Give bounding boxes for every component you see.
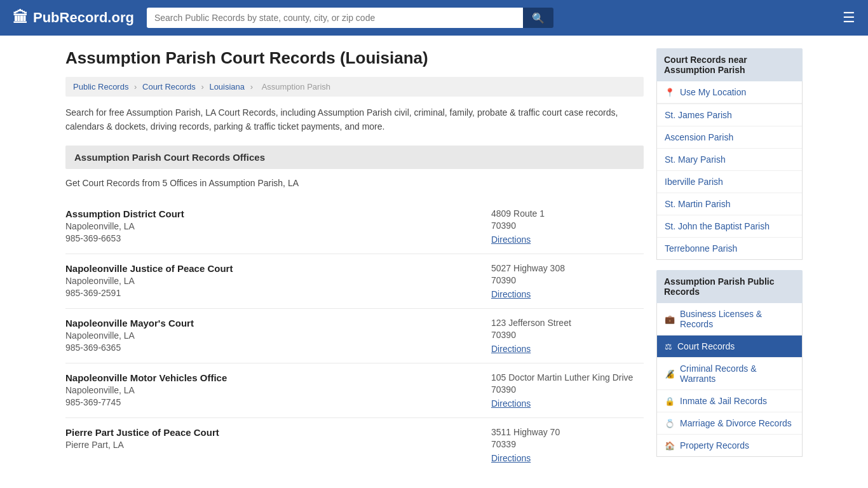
- breadcrumb: Public Records › Court Records › Louisia…: [65, 77, 644, 97]
- search-button[interactable]: 🔍: [523, 8, 553, 28]
- nearby-parish-item[interactable]: St. Martin Parish: [657, 193, 802, 215]
- public-record-item[interactable]: 🔒 Inmate & Jail Records: [657, 390, 802, 412]
- nearby-parish-link[interactable]: St. Martin Parish: [657, 193, 802, 215]
- location-icon: [665, 87, 675, 97]
- directions-link[interactable]: Directions: [491, 234, 531, 245]
- breadcrumb-sep-2: ›: [201, 82, 206, 92]
- home-icon: 🏠: [665, 441, 675, 451]
- breadcrumb-link-louisiana[interactable]: Louisiana: [209, 82, 245, 92]
- office-city: Pierre Part, LA: [65, 440, 478, 450]
- page-description: Search for free Assumption Parish, LA Co…: [65, 105, 644, 134]
- public-record-link[interactable]: 💼 Business Licenses & Records: [657, 303, 802, 335]
- search-input[interactable]: [147, 8, 523, 28]
- public-record-label: Marriage & Divorce Records: [680, 418, 792, 428]
- office-entry: Pierre Part Justice of Peace Court Pierr…: [65, 418, 644, 472]
- content-area: Assumption Parish Court Records (Louisia…: [65, 48, 644, 472]
- office-city: Napoleonville, LA: [65, 276, 478, 286]
- nearby-header: Court Records near Assumption Parish: [656, 48, 803, 81]
- hamburger-icon: ☰: [843, 10, 855, 25]
- office-name: Napoleonville Mayor's Court: [65, 318, 478, 329]
- office-phone: 985-369-7745: [65, 397, 478, 407]
- ring-icon: 💍: [665, 419, 675, 428]
- public-record-link[interactable]: 🔒 Inmate & Jail Records: [657, 390, 802, 412]
- public-records-header: Assumption Parish Public Records: [656, 270, 803, 303]
- use-location-item[interactable]: Use My Location: [657, 81, 802, 104]
- fingerprint-icon: 🔏: [665, 369, 675, 379]
- public-record-link[interactable]: 🔏 Criminal Records & Warrants: [657, 358, 802, 390]
- office-street: 4809 Route 1: [491, 208, 644, 219]
- nearby-parish-item[interactable]: St. James Parish: [657, 104, 802, 126]
- office-entry: Napoleonville Motor Vehicles Office Napo…: [65, 363, 644, 418]
- directions-link[interactable]: Directions: [491, 453, 531, 463]
- office-address: 105 Doctor Martin Luther King Drive 7039…: [491, 372, 644, 409]
- balance-icon: ⚖: [665, 342, 672, 351]
- public-record-link[interactable]: 💍 Marriage & Divorce Records: [657, 412, 802, 434]
- office-phone: 985-369-6365: [65, 342, 478, 353]
- office-street: 5027 Highway 308: [491, 263, 644, 273]
- directions-link[interactable]: Directions: [491, 398, 531, 409]
- office-address: 4809 Route 1 70390 Directions: [491, 208, 644, 245]
- office-info: Napoleonville Mayor's Court Napoleonvill…: [65, 318, 478, 354]
- lock-icon: 🔒: [665, 396, 675, 406]
- logo[interactable]: PubRecord.org: [13, 9, 134, 27]
- office-address: 5027 Highway 308 70390 Directions: [491, 263, 644, 299]
- office-zip: 70339: [491, 439, 644, 449]
- section-header: Assumption Parish Court Records Offices: [65, 146, 644, 169]
- briefcase-icon: 💼: [665, 315, 675, 324]
- public-record-label: Criminal Records & Warrants: [680, 363, 794, 384]
- public-record-item[interactable]: ⚖ Court Records: [657, 336, 802, 358]
- office-entry: Napoleonville Mayor's Court Napoleonvill…: [65, 309, 644, 363]
- nearby-parish-item[interactable]: Ascension Parish: [657, 126, 802, 149]
- breadcrumb-sep-3: ›: [250, 82, 255, 92]
- office-address: 123 Jefferson Street 70390 Directions: [491, 318, 644, 354]
- breadcrumb-link-court-records[interactable]: Court Records: [142, 82, 196, 92]
- nearby-parish-link[interactable]: Iberville Parish: [657, 171, 802, 193]
- office-city: Napoleonville, LA: [65, 385, 478, 395]
- public-record-link[interactable]: 🏠 Property Records: [657, 435, 802, 456]
- public-record-label: Inmate & Jail Records: [680, 396, 767, 406]
- office-city: Napoleonville, LA: [65, 330, 478, 341]
- office-street: 105 Doctor Martin Luther King Drive: [491, 372, 644, 383]
- site-header: PubRecord.org 🔍 ☰: [0, 0, 868, 36]
- nearby-parish-link[interactable]: St. Mary Parish: [657, 149, 802, 170]
- office-zip: 70390: [491, 384, 644, 395]
- office-entry: Napoleonville Justice of Peace Court Nap…: [65, 254, 644, 309]
- breadcrumb-link-public-records[interactable]: Public Records: [73, 82, 128, 92]
- menu-button[interactable]: ☰: [843, 10, 855, 26]
- nearby-parish-link[interactable]: St. James Parish: [657, 104, 802, 126]
- nearby-parish-link[interactable]: Ascension Parish: [657, 126, 802, 148]
- office-name: Pierre Part Justice of Peace Court: [65, 427, 478, 438]
- office-street: 123 Jefferson Street: [491, 318, 644, 328]
- logo-icon: [13, 9, 28, 27]
- public-record-label: Business Licenses & Records: [680, 309, 794, 329]
- public-record-item[interactable]: 🔏 Criminal Records & Warrants: [657, 358, 802, 390]
- nearby-parish-item[interactable]: Terrebonne Parish: [657, 238, 802, 259]
- nearby-parish-item[interactable]: St. John the Baptist Parish: [657, 215, 802, 238]
- directions-link[interactable]: Directions: [491, 344, 531, 354]
- office-name: Assumption District Court: [65, 208, 478, 219]
- offices-count: Get Court Records from 5 Offices in Assu…: [65, 178, 644, 188]
- office-zip: 70390: [491, 275, 644, 285]
- nearby-parish-item[interactable]: St. Mary Parish: [657, 149, 802, 171]
- public-record-label: Court Records: [677, 341, 735, 351]
- public-records-list: 💼 Business Licenses & Records ⚖ Court Re…: [656, 303, 803, 457]
- office-info: Assumption District Court Napoleonville,…: [65, 208, 478, 245]
- office-info: Napoleonville Justice of Peace Court Nap…: [65, 263, 478, 299]
- use-location-link[interactable]: Use My Location: [657, 81, 802, 104]
- office-street: 3511 Highway 70: [491, 427, 644, 437]
- directions-link[interactable]: Directions: [491, 289, 531, 299]
- office-info: Napoleonville Motor Vehicles Office Napo…: [65, 372, 478, 409]
- public-record-link[interactable]: ⚖ Court Records: [657, 336, 802, 357]
- office-city: Napoleonville, LA: [65, 221, 478, 231]
- public-record-item[interactable]: 🏠 Property Records: [657, 435, 802, 456]
- nearby-parish-item[interactable]: Iberville Parish: [657, 171, 802, 193]
- office-name: Napoleonville Justice of Peace Court: [65, 263, 478, 274]
- nearby-list: Use My Location St. James ParishAscensio…: [656, 81, 803, 260]
- search-area: 🔍: [147, 8, 553, 28]
- nearby-parish-link[interactable]: St. John the Baptist Parish: [657, 215, 802, 237]
- nearby-parish-link[interactable]: Terrebonne Parish: [657, 238, 802, 259]
- office-entry: Assumption District Court Napoleonville,…: [65, 200, 644, 254]
- public-record-item[interactable]: 💼 Business Licenses & Records: [657, 303, 802, 336]
- public-record-label: Property Records: [680, 440, 749, 451]
- public-record-item[interactable]: 💍 Marriage & Divorce Records: [657, 412, 802, 435]
